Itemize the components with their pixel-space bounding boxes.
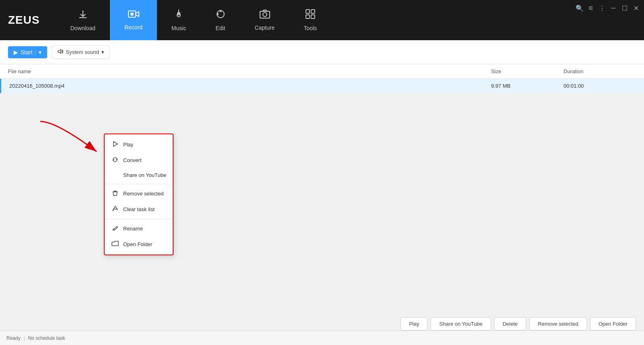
bottom-delete-button[interactable]: Delete [494, 317, 526, 331]
status-bar: Ready | No schedule task [0, 331, 644, 345]
table-header: File name Size Duration [0, 64, 644, 79]
sound-icon [57, 48, 64, 56]
menu-play-label: Play [123, 142, 133, 148]
svg-rect-8 [311, 10, 315, 13]
bottom-open-folder-button[interactable]: Open Folder [590, 317, 636, 331]
svg-rect-10 [311, 15, 315, 18]
menu-open-folder[interactable]: Open Folder [105, 236, 173, 252]
svg-rect-9 [306, 15, 310, 18]
nav-capture[interactable]: Capture [240, 0, 289, 40]
window-controls: 🔍 ⚟ ⋮ ─ ☐ ✕ [575, 3, 641, 13]
menu-remove-label: Remove selected [123, 191, 163, 197]
bottom-bar: Play Share on YouTube Delete Remove sele… [0, 317, 644, 331]
music-icon [174, 9, 184, 22]
bottom-remove-button[interactable]: Remove selected [529, 317, 586, 331]
main-nav: Download Record Music [56, 0, 331, 40]
bottom-remove-label: Remove selected [538, 321, 578, 327]
menu-clear-label: Clear task list [123, 206, 155, 212]
menu-rename-label: Rename [123, 226, 143, 232]
menu-clear-task[interactable]: Clear task list [105, 201, 173, 217]
clear-icon [111, 205, 119, 213]
svg-point-6 [263, 12, 267, 16]
context-menu: Play Convert Share on YouTube [104, 133, 173, 255]
menu-divider-2 [105, 219, 173, 219]
file-table: File name Size Duration 20220416_105008.… [0, 64, 644, 93]
col-header-name: File name [8, 68, 491, 74]
app-logo: ZEUS [8, 14, 40, 27]
play-icon: ▶ [14, 49, 18, 55]
start-dropdown-arrow[interactable]: ▾ [35, 49, 41, 55]
menu-divider-1 [105, 184, 173, 184]
rename-icon [111, 225, 119, 232]
header: ZEUS Download Record [0, 0, 644, 40]
trash-icon [111, 190, 119, 197]
status-ready: Ready [6, 335, 21, 341]
play-icon [111, 141, 119, 148]
search-icon[interactable]: 🔍 [575, 3, 584, 13]
nav-download[interactable]: Download [56, 0, 110, 40]
menu-convert[interactable]: Convert [105, 152, 173, 168]
menu-share-youtube[interactable]: Share on YouTube [105, 168, 173, 182]
nav-capture-label: Capture [255, 25, 275, 31]
nav-music-label: Music [171, 25, 186, 31]
nav-record-label: Record [124, 24, 142, 31]
arrow-indicator [32, 117, 105, 162]
nav-music[interactable]: Music [157, 0, 201, 40]
minimize-button[interactable]: ─ [609, 3, 618, 13]
menu-rename[interactable]: Rename [105, 221, 173, 236]
convert-icon [111, 156, 119, 164]
nav-edit-label: Edit [216, 25, 225, 31]
content-area: Play Convert Share on YouTube [0, 93, 644, 340]
nav-record[interactable]: Record [110, 0, 157, 40]
maximize-button[interactable]: ☐ [620, 3, 630, 13]
nav-tools[interactable]: Tools [289, 0, 331, 40]
status-task: No schedule task [28, 335, 65, 341]
file-name: 20220416_105008.mp4 [9, 83, 491, 89]
start-button[interactable]: ▶ Start ▾ [8, 46, 47, 58]
close-button[interactable]: ✕ [631, 3, 641, 13]
menu-play[interactable]: Play [105, 137, 173, 152]
capture-icon [259, 9, 270, 21]
menu-remove-selected[interactable]: Remove selected [105, 186, 173, 201]
bottom-share-button[interactable]: Share on YouTube [431, 317, 491, 331]
bottom-play-button[interactable]: Play [400, 317, 427, 331]
sound-dropdown-arrow[interactable]: ▾ [101, 49, 104, 55]
col-header-size: Size [491, 68, 564, 74]
menu-convert-label: Convert [123, 157, 142, 163]
sound-label: System sound [66, 49, 99, 55]
nav-download-label: Download [70, 25, 95, 31]
bottom-play-label: Play [409, 321, 419, 327]
folder-icon [111, 240, 119, 248]
system-sound-button[interactable]: System sound ▾ [52, 45, 109, 59]
svg-point-1 [131, 13, 133, 15]
menu-open-folder-label: Open Folder [123, 241, 152, 247]
menu-share-youtube-label: Share on YouTube [123, 172, 166, 178]
nav-edit[interactable]: Edit [201, 0, 240, 40]
tools-icon [305, 9, 316, 22]
edit-icon [215, 9, 226, 22]
menu-icon[interactable]: ⋮ [597, 3, 607, 13]
col-header-duration: Duration [564, 68, 636, 74]
start-label: Start [21, 49, 33, 55]
file-size: 9.97 MB [491, 83, 564, 89]
svg-point-4 [217, 10, 224, 18]
bottom-delete-label: Delete [503, 321, 518, 327]
download-icon [78, 9, 88, 22]
cast-icon[interactable]: ⚟ [586, 3, 596, 13]
record-icon [128, 10, 139, 21]
toolbar: ▶ Start ▾ System sound ▾ [0, 40, 644, 64]
nav-tools-label: Tools [303, 25, 317, 31]
table-row[interactable]: 20220416_105008.mp4 9.97 MB 00:01:00 [0, 79, 644, 93]
bottom-open-folder-label: Open Folder [599, 321, 627, 327]
svg-rect-7 [306, 10, 310, 13]
bottom-share-label: Share on YouTube [439, 321, 482, 327]
file-duration: 00:01:00 [564, 83, 636, 89]
status-separator: | [24, 335, 25, 341]
